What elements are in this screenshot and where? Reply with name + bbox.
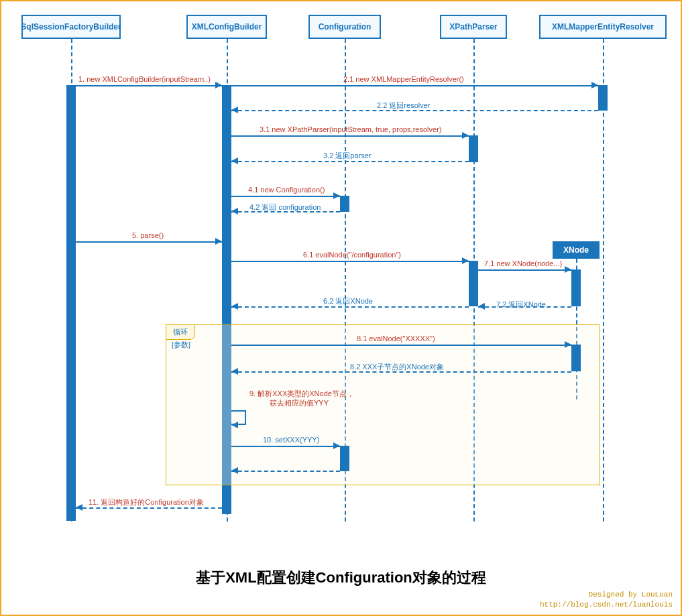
arrowhead-icon xyxy=(76,504,82,511)
credits: Designed by LouLuan http://blog.csdn.net… xyxy=(540,590,673,609)
arrowhead-icon xyxy=(462,132,469,139)
return-arrow xyxy=(231,306,469,308)
return-arrow xyxy=(231,161,469,162)
credits-url: http://blog.csdn.net/luanlouis xyxy=(540,600,673,609)
msg-label: 7.1 new XNode(node...) xyxy=(484,259,562,267)
msg-label: 1. new XMLConfigBuilder(inputStream..) xyxy=(78,75,211,83)
sequence-diagram: SqlSessionFactoryBuilder XMLConfigBuilde… xyxy=(0,0,682,616)
participant-configuration: Configuration xyxy=(308,15,381,39)
activation xyxy=(571,269,581,306)
msg-label: 3.2 返回parser xyxy=(323,151,372,161)
message-arrow xyxy=(231,261,469,262)
msg-label: 10. setXXX(YYY) xyxy=(263,436,319,444)
message-arrow xyxy=(231,196,340,197)
message-arrow xyxy=(231,345,571,346)
msg-label: 11. 返回构造好的Configuration对象 xyxy=(89,497,204,507)
message-arrow xyxy=(231,85,598,86)
diagram-title: 基于XML配置创建Configuration对象的过程 xyxy=(1,568,681,588)
msg-label: 获去相应的值YYY xyxy=(270,398,329,408)
return-arrow xyxy=(478,306,571,308)
arrowhead-icon xyxy=(565,341,571,348)
arrowhead-icon xyxy=(231,208,238,214)
msg-label: 7.2 返回XNode xyxy=(496,300,546,310)
message-arrow xyxy=(478,269,571,271)
arrowhead-icon xyxy=(231,422,238,428)
participant-xpathparser: XPathParser xyxy=(440,15,507,39)
activation xyxy=(469,135,478,162)
arrowhead-icon xyxy=(333,442,340,449)
msg-label: 8.2 XXX子节点的XNode对象 xyxy=(350,362,444,372)
arrowhead-icon xyxy=(478,303,485,310)
msg-label: 6.1 evalNode("/configuration") xyxy=(303,251,401,259)
message-arrow xyxy=(76,241,222,243)
arrowhead-icon xyxy=(462,257,469,264)
return-arrow xyxy=(231,371,571,373)
msg-label: 4.1 new Configuration() xyxy=(248,186,325,194)
lifeline xyxy=(603,39,604,521)
activation xyxy=(340,196,349,212)
arrowhead-icon xyxy=(231,467,238,474)
message-arrow xyxy=(76,85,222,86)
credits-author: Designed by LouLuan xyxy=(540,590,673,599)
activation xyxy=(340,446,349,471)
activation xyxy=(598,85,608,111)
return-arrow xyxy=(76,507,222,509)
arrowhead-icon xyxy=(215,238,222,245)
arrowhead-icon xyxy=(231,368,238,375)
msg-label: 9. 解析XXX类型的XNode节点， xyxy=(249,389,354,399)
message-arrow xyxy=(231,135,469,137)
activation xyxy=(469,261,478,306)
created-object-xnode: XNode xyxy=(553,241,600,259)
loop-tag: 循环 xyxy=(166,324,195,340)
msg-label: 2.2 返回resolver xyxy=(377,101,430,111)
arrowhead-icon xyxy=(333,192,340,199)
arrowhead-icon xyxy=(231,107,238,113)
activation xyxy=(66,85,76,521)
arrowhead-icon xyxy=(231,158,238,164)
return-arrow xyxy=(231,471,340,472)
participant-xmlmapperentityresolver: XMLMapperEntityResolver xyxy=(539,15,667,39)
msg-label: 5. parse() xyxy=(132,231,164,239)
arrowhead-icon xyxy=(231,303,238,310)
participant-sqlsessionfactorybuilder: SqlSessionFactoryBuilder xyxy=(21,15,121,39)
msg-label: 2.1 new XMLMapperEntityResolver() xyxy=(343,75,464,83)
arrowhead-icon xyxy=(565,266,571,273)
msg-label: 8.1 evalNode("XXXXX") xyxy=(357,334,435,343)
return-arrow xyxy=(231,211,340,212)
participant-xmlconfigbuilder: XMLConfigBuilder xyxy=(186,15,267,39)
msg-label: 3.1 new XPathParser(inputStream, true, p… xyxy=(260,125,441,133)
message-arrow xyxy=(231,446,340,447)
arrowhead-icon xyxy=(215,82,222,88)
loop-fragment: 循环 [参数] xyxy=(166,324,600,485)
msg-label: 6.2 返回XNode xyxy=(323,296,373,306)
return-arrow xyxy=(231,110,598,111)
activation xyxy=(571,345,581,371)
loop-condition: [参数] xyxy=(172,340,190,350)
arrowhead-icon xyxy=(591,82,598,88)
